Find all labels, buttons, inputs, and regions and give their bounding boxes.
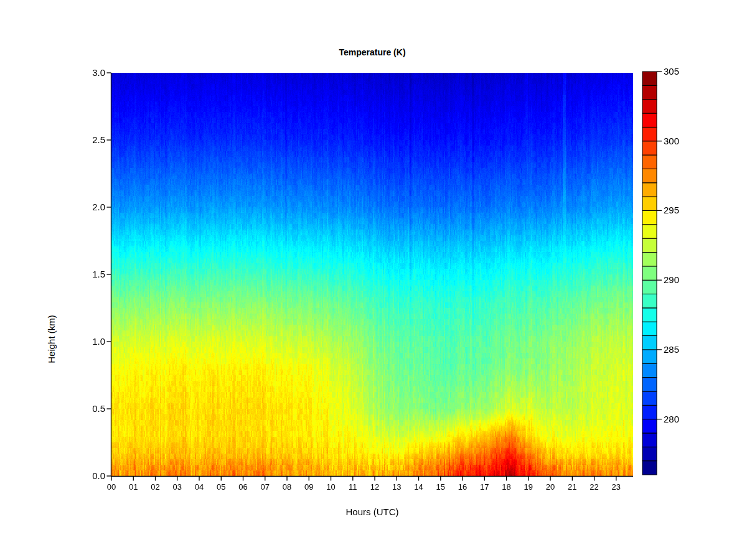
colorbar-segment: [642, 85, 657, 99]
colorbar-segment: [642, 461, 657, 475]
x-tick-label: 11: [349, 482, 357, 492]
colorbar-segment: [642, 363, 657, 377]
colorbar-tick-label: 300: [664, 136, 679, 146]
colorbar-segment: [642, 280, 657, 294]
x-tick-label: 04: [195, 482, 204, 492]
x-tick-label: 14: [414, 482, 423, 492]
colorbar-segment: [642, 72, 657, 85]
colorbar-segment: [642, 141, 657, 155]
colorbar-segment: [642, 169, 657, 182]
colorbar-segment: [642, 238, 657, 252]
colorbar-segment: [642, 433, 657, 447]
y-tick-label: 1.0: [68, 336, 105, 347]
colorbar-tick-label: 285: [664, 344, 679, 355]
colorbar-segment: [642, 294, 657, 308]
x-tick-label: 18: [502, 482, 510, 492]
colorbar-segment: [642, 447, 657, 460]
x-tick-label: 13: [392, 482, 401, 492]
x-tick-label: 19: [524, 482, 533, 492]
x-tick-label: 16: [458, 482, 467, 492]
x-tick-label: 07: [261, 482, 270, 492]
x-tick-label: 15: [436, 482, 445, 492]
colorbar-segment: [642, 197, 657, 210]
colorbar-segment: [642, 100, 657, 113]
colorbar-segment: [642, 391, 657, 405]
colorbar-segment: [642, 308, 657, 322]
x-tick-label: 02: [151, 482, 159, 492]
y-tick-label: 3.0: [68, 67, 105, 78]
x-tick-label: 01: [129, 482, 138, 492]
x-tick-label: 20: [546, 482, 555, 492]
colorbar-segment: [642, 113, 657, 127]
figure: Temperature (K) Height (km) 000102030405…: [0, 0, 747, 560]
colorbar-segment: [642, 252, 657, 266]
colorbar-tick-label: 280: [664, 414, 679, 424]
x-tick-label: 10: [326, 482, 335, 492]
y-tick-label: 2.0: [68, 202, 105, 212]
colorbar-segment: [642, 266, 657, 280]
y-tick-label: 0.0: [68, 470, 105, 481]
colorbar-segment: [642, 210, 657, 224]
x-tick-label: 23: [612, 482, 621, 492]
x-axis-title: Hours (UTC): [111, 506, 633, 517]
colorbar-segment: [642, 322, 657, 335]
axes-and-colorbar-layer: [0, 0, 747, 560]
colorbar-tick-label: 290: [664, 274, 679, 285]
colorbar-segment: [642, 419, 657, 433]
x-tick-label: 12: [370, 482, 379, 492]
colorbar-segment: [642, 378, 657, 391]
x-tick-label: 03: [173, 482, 182, 492]
colorbar-tick-label: 305: [664, 66, 679, 77]
colorbar-segment: [642, 405, 657, 419]
x-tick-label: 22: [590, 482, 598, 492]
x-tick-label: 05: [217, 482, 225, 492]
x-tick-label: 00: [107, 482, 116, 492]
colorbar-segment: [642, 127, 657, 141]
colorbar-segment: [642, 225, 657, 238]
x-tick-label: 09: [304, 482, 313, 492]
x-tick-label: 17: [480, 482, 489, 492]
x-tick-label: 06: [238, 482, 247, 492]
x-tick-label: 21: [568, 482, 576, 492]
colorbar-segment: [642, 350, 657, 363]
y-tick-label: 0.5: [68, 403, 105, 414]
colorbar-segment: [642, 336, 657, 350]
y-tick-label: 1.5: [68, 269, 105, 279]
colorbar-segment: [642, 155, 657, 169]
y-tick-label: 2.5: [68, 134, 105, 145]
colorbar-tick-label: 295: [664, 205, 679, 215]
colorbar-segment: [642, 183, 657, 197]
x-tick-label: 08: [283, 482, 291, 492]
